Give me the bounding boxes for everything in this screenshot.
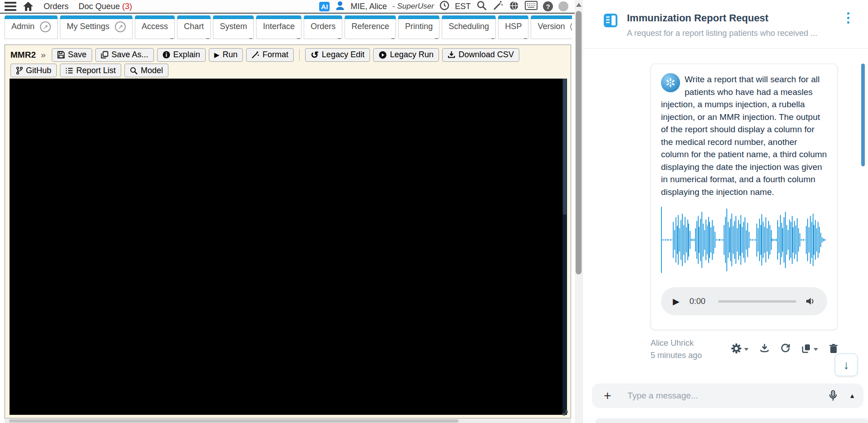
hamburger-icon[interactable] [5,2,16,11]
home-icon[interactable] [23,1,34,11]
gear-icon [731,343,742,356]
editor-scrollbar[interactable] [562,79,567,415]
legacy-run-button[interactable]: Legacy Run [373,48,439,62]
model-button[interactable]: Model [124,64,168,77]
chat-scrollbar-thumb[interactable] [861,64,865,166]
message-input[interactable] [627,391,829,401]
tab-version[interactable]: Version↗ [531,15,572,39]
main-vertical-scrollbar[interactable] [575,0,582,423]
clock-icon[interactable] [439,0,449,12]
user-name[interactable]: MIE, Alice [350,2,387,11]
play-circle-icon [379,51,387,59]
audio-player: ▶ 0:00 [661,287,827,315]
save-as-button[interactable]: Save As... [95,48,154,62]
kebab-menu-icon[interactable] [847,12,849,24]
doc-queue-link[interactable]: Doc Queue (3) [79,2,132,11]
refresh-icon [780,343,790,355]
chevron-down-icon [814,348,818,351]
resize-grip-icon[interactable] [562,409,569,417]
tab-label: Chart [184,22,204,31]
audio-time: 0:00 [690,297,705,306]
scroll-to-bottom-button[interactable]: ↓ [835,353,858,376]
tab-reference[interactable]: Reference [345,15,396,39]
doc-queue-count: (3) [122,2,132,11]
external-link-icon[interactable]: ↗ [40,21,51,32]
save-as-icon [101,51,108,59]
download-icon [760,343,769,355]
tab-accent-bar [345,15,396,19]
ai-badge[interactable]: AI [319,2,330,11]
horizontal-scrollbar-thumb[interactable] [9,419,459,423]
tab-my-settings[interactable]: My Settings↗ [60,15,133,39]
trash-icon [829,343,838,355]
main-scrollbar-thumb[interactable] [576,11,582,274]
run-button[interactable]: ▶ Run [209,48,243,62]
report-name-chevron[interactable]: » [41,50,46,60]
globe-icon[interactable] [509,0,519,13]
wand-icon[interactable] [493,0,503,13]
tab-printing[interactable]: Printing [398,15,439,39]
external-link-icon[interactable]: ↗ [570,21,572,32]
user-role: - SuperUser [392,2,434,11]
tab-accent-bar [177,15,211,19]
assistant-avatar [661,73,680,92]
orders-link[interactable]: Orders [44,2,69,11]
tab-system[interactable]: System [213,15,254,39]
audio-seek-bar[interactable] [718,300,796,303]
horizontal-scrollbar[interactable] [5,419,571,423]
chat-panel: Immunization Report Request A request fo… [582,0,868,423]
microphone-icon[interactable] [829,390,837,401]
collapse-input-caret[interactable]: ▲ [849,392,855,399]
tab-label: Reference [351,22,389,31]
panel-icon[interactable] [604,14,617,27]
download-csv-button[interactable]: Download CSV [442,48,519,62]
report-editor-panel: MMR2 » Save Save As... Explain ▶ Run For… [5,45,571,418]
search-icon[interactable] [476,0,487,13]
regenerate-button[interactable] [780,343,790,355]
tab-interface[interactable]: Interface [256,15,301,39]
keyboard-icon[interactable] [525,1,538,12]
user-icon [335,0,345,12]
tab-label: Access [142,22,168,31]
editor-scrollbar-thumb[interactable] [563,79,567,215]
tab-label: Version [538,22,565,31]
tab-scheduling[interactable]: Scheduling [442,15,496,39]
tab-admin[interactable]: Admin↗ [5,15,58,39]
toolbar-divider [299,49,300,61]
tab-orders[interactable]: Orders [304,15,342,39]
save-button[interactable]: Save [52,48,92,62]
tab-accent-bar [398,15,439,19]
chat-message-card: Write a report that will search for all … [651,64,838,330]
tab-access[interactable]: Access [135,15,175,39]
volume-icon[interactable] [805,297,815,306]
external-link-icon[interactable]: ↗ [115,21,126,32]
delete-message-button[interactable] [829,343,838,355]
sql-editor-area[interactable] [10,79,562,415]
explain-button[interactable]: Explain [157,48,206,62]
avatar-circle[interactable] [558,1,568,11]
tab-label: My Settings [67,22,109,31]
github-button[interactable]: GitHub [10,64,57,77]
copy-dropdown[interactable] [801,343,818,355]
add-attachment-button[interactable]: + [604,389,611,402]
play-button[interactable]: ▶ [673,297,680,306]
tab-accent-bar [304,15,342,19]
download-message-button[interactable] [760,343,769,355]
format-button[interactable]: Format [246,48,294,62]
tab-accent-bar [442,15,496,19]
message-author: Alice Uhrick [651,337,702,349]
scrollbar-up-arrow[interactable] [576,3,582,7]
tab-chart[interactable]: Chart [177,15,211,39]
help-icon[interactable]: ? [543,1,553,11]
chevron-down-icon [744,348,749,351]
tab-accent-bar [498,15,528,19]
settings-dropdown[interactable] [731,343,749,356]
legacy-edit-button[interactable]: ↺ Legacy Edit [305,48,370,62]
list-icon [65,67,73,74]
report-list-button[interactable]: Report List [60,64,121,77]
toolbar-row-2: GitHub Report List Model [5,62,571,77]
tab-hsp[interactable]: HSP [498,15,528,39]
top-bar: Orders Doc Queue (3) AI MIE, Alice - Sup… [0,0,575,14]
timezone-label: EST [455,2,471,11]
report-name: MMR2 [10,50,36,60]
